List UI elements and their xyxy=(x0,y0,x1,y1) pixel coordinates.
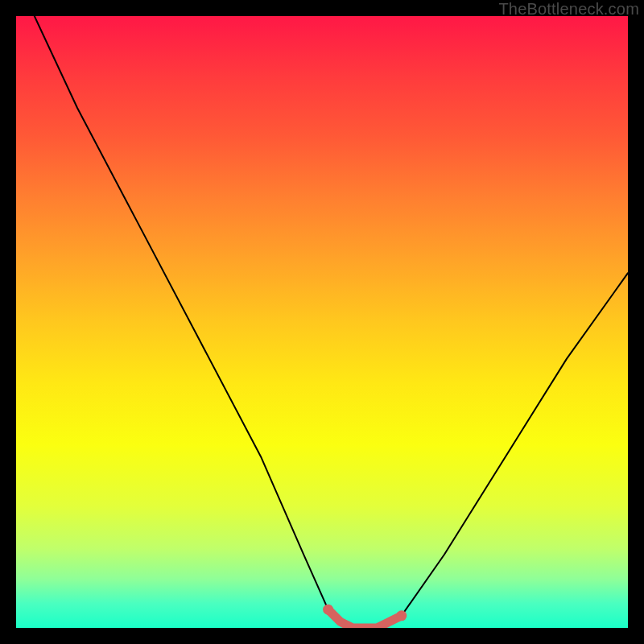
optimal-range-marker xyxy=(328,609,402,628)
plot-area xyxy=(16,16,628,628)
optimal-range-end-dot xyxy=(396,610,407,621)
watermark-text: TheBottleneck.com xyxy=(498,0,639,19)
bottleneck-curve xyxy=(35,16,628,628)
optimal-range-start-dot xyxy=(323,605,333,615)
chart-svg xyxy=(16,16,628,628)
chart-frame: TheBottleneck.com xyxy=(0,0,644,644)
